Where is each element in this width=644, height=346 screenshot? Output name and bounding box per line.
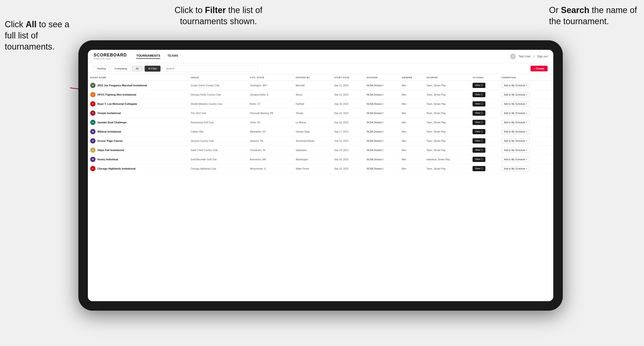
cell-hosted-2: Fairfield xyxy=(293,99,332,109)
add-schedule-button-8[interactable]: Add to My Schedule + xyxy=(501,157,530,162)
cell-hosted-4: Le Moyne xyxy=(293,118,332,127)
cell-venue-4: Ravenwood Golf Club xyxy=(188,118,248,127)
cell-division-0: NCAA Division I xyxy=(364,81,400,90)
nav-tab-tournaments[interactable]: TOURNAMENTS xyxy=(136,54,160,59)
view-button-6[interactable]: View ⓘ xyxy=(472,138,485,144)
view-button-8[interactable]: View ⓘ xyxy=(472,157,485,162)
cell-hosted-0: Marshall xyxy=(293,81,332,90)
user-avatar: U xyxy=(510,54,516,59)
table-row: T Temple Invitational The 1912 Club Plym… xyxy=(88,109,553,118)
event-name-text-2: Ryan T. Lee Memorial Collegiate xyxy=(97,102,137,105)
event-name-text-7: Valpo Fall Invitational xyxy=(97,149,124,152)
cell-date-3: Sep 16, 2023 xyxy=(332,109,364,118)
table-row: W Husky Individual Gold Mountain Golf Cl… xyxy=(88,155,553,164)
view-button-9[interactable]: View ⓘ xyxy=(472,166,485,171)
cell-actions-5: View ⓘ xyxy=(470,127,499,136)
cell-actions-2: View ⓘ xyxy=(470,99,499,109)
col-division: DIVISION xyxy=(364,74,400,81)
cell-date-2: Sep 16, 2023 xyxy=(332,99,364,109)
cell-city-2: Berlin, CT xyxy=(248,99,293,109)
signout-link[interactable]: Sign out xyxy=(537,55,548,58)
cell-event-name-2: F Ryan T. Lee Memorial Collegiate xyxy=(88,99,188,109)
add-schedule-button-4[interactable]: Add to My Schedule + xyxy=(501,120,530,125)
cell-event-name-7: V Valpo Fall Invitational xyxy=(88,146,188,155)
cell-event-name-3: T Temple Invitational xyxy=(88,109,188,118)
cell-gender-4: Men xyxy=(400,118,424,127)
view-button-5[interactable]: View ⓘ xyxy=(472,129,485,134)
cell-venue-6: Jackson Country Club xyxy=(188,136,248,146)
col-start-date: START DATE xyxy=(332,74,364,81)
add-schedule-button-1[interactable]: Add to My Schedule + xyxy=(501,92,530,97)
view-button-0[interactable]: View ⓘ xyxy=(472,83,485,88)
team-logo-9: C xyxy=(90,166,96,171)
add-schedule-button-5[interactable]: Add to My Schedule + xyxy=(501,129,530,134)
col-scoring: SCORING xyxy=(424,74,470,81)
cell-city-4: Victor, NY xyxy=(248,118,293,127)
cell-division-1: NCAA Division I xyxy=(364,90,400,99)
cell-hosted-9: Wake Forest xyxy=(293,164,332,173)
cell-gender-7: Men xyxy=(400,146,424,155)
cell-scoring-3: Team, Stroke Play xyxy=(424,109,470,118)
create-button[interactable]: + Create xyxy=(530,66,548,71)
add-schedule-button-9[interactable]: Add to My Schedule + xyxy=(501,166,530,171)
all-tab[interactable]: All xyxy=(132,66,142,71)
cell-event-name-6: G Grover Page Classic xyxy=(88,136,188,146)
col-actions: ACTIONS xyxy=(470,74,499,81)
table-row: I OFCC Fighting Illini Invitational Olym… xyxy=(88,90,553,99)
cell-competing-7: Add to My Schedule + xyxy=(499,146,553,155)
cell-competing-3: Add to My Schedule + xyxy=(499,109,553,118)
team-logo-5: W xyxy=(90,129,96,134)
search-input[interactable] xyxy=(163,65,258,72)
add-schedule-button-2[interactable]: Add to My Schedule + xyxy=(501,102,530,107)
add-schedule-button-6[interactable]: Add to My Schedule + xyxy=(501,139,530,144)
cell-hosted-7: Valparaiso xyxy=(293,146,332,155)
event-name-text-4: Upstate Dual Challenge xyxy=(97,121,126,124)
view-button-3[interactable]: View ⓘ xyxy=(472,111,485,116)
event-name-text-3: Temple Invitational xyxy=(97,112,121,115)
header-right: U Test User | Sign out xyxy=(510,54,548,59)
view-button-4[interactable]: View ⓘ xyxy=(472,120,485,125)
cell-competing-5: Add to My Schedule + xyxy=(499,127,553,136)
event-name-text-5: Wildcat Invitational xyxy=(97,130,121,133)
filter-btn-group: Hosting Competing All xyxy=(94,66,142,71)
cell-venue-8: Gold Mountain Golf Club xyxy=(188,155,248,164)
cell-venue-5: Colbert Hills xyxy=(188,127,248,136)
view-button-1[interactable]: View ⓘ xyxy=(472,92,485,97)
cell-scoring-8: Individual, Stroke Play xyxy=(424,155,470,164)
add-schedule-button-3[interactable]: Add to My Schedule + xyxy=(501,111,530,116)
cell-hosted-1: Illinois xyxy=(293,90,332,99)
table-row: W Wildcat Invitational Colbert Hills Man… xyxy=(88,127,553,136)
cell-city-1: Olympia Fields, IL xyxy=(248,90,293,99)
cell-venue-7: Sand Creek Country Club xyxy=(188,146,248,155)
cell-gender-1: Men xyxy=(400,90,424,99)
cell-actions-6: View ⓘ xyxy=(470,136,499,146)
cell-event-name-8: W Husky Individual xyxy=(88,155,188,164)
add-schedule-button-0[interactable]: Add to My Schedule + xyxy=(501,83,530,88)
cell-actions-4: View ⓘ xyxy=(470,118,499,127)
hosting-tab[interactable]: Hosting xyxy=(94,66,110,71)
cell-gender-6: Men xyxy=(400,136,424,146)
event-name-text-9: Chicago Highlands Invitational xyxy=(97,167,136,170)
add-schedule-button-7[interactable]: Add to My Schedule + xyxy=(501,148,530,153)
cell-date-9: Sep 18, 2023 xyxy=(332,164,364,173)
col-competing: COMPETING xyxy=(499,74,553,81)
header-separator: | xyxy=(534,55,534,58)
view-button-2[interactable]: View ⓘ xyxy=(472,101,485,107)
cell-date-7: Sep 18, 2023 xyxy=(332,146,364,155)
filter-button[interactable]: ⚙ Filter xyxy=(144,66,161,72)
cell-scoring-9: Team, Stroke Play xyxy=(424,164,470,173)
cell-competing-1: Add to My Schedule + xyxy=(499,90,553,99)
event-name-text-1: OFCC Fighting Illini Invitational xyxy=(97,93,136,96)
competing-tab[interactable]: Competing xyxy=(111,66,130,71)
col-event-name: EVENT NAME xyxy=(88,74,188,81)
nav-tab-teams[interactable]: TEAMS xyxy=(168,54,178,59)
cell-venue-2: Shuttle Meadow Country Club xyxy=(188,99,248,109)
table-row: C Chicago Highlands Invitational Chicago… xyxy=(88,164,553,173)
team-logo-1: I xyxy=(90,92,96,97)
view-button-7[interactable]: View ⓘ xyxy=(472,148,485,153)
cell-date-6: Sep 18, 2023 xyxy=(332,136,364,146)
team-logo-6: G xyxy=(90,138,96,144)
powered-by: Powered by clippd xyxy=(94,58,127,60)
cell-event-name-5: W Wildcat Invitational xyxy=(88,127,188,136)
nav-tabs: TOURNAMENTS TEAMS xyxy=(136,54,510,59)
